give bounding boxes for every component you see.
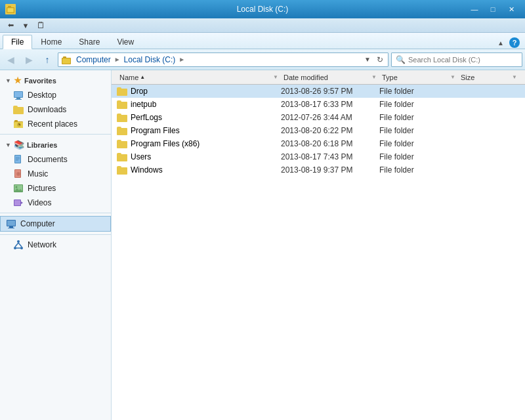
file-name-label: Windows (131, 165, 163, 175)
address-bar-row: ◀ ▶ ↑ Computer ► Local Disk (C:) ► ▼ ↻ 🔍 (0, 49, 525, 70)
sidebar-item-documents[interactable]: Documents (0, 152, 111, 167)
favorites-star-icon: ★ (14, 75, 22, 85)
title-bar-left (5, 4, 16, 14)
file-date: 2013-08-17 6:33 PM (281, 100, 379, 109)
ribbon-collapse-button[interactable]: ▲ (495, 37, 507, 49)
favorites-section: ▼ ★ Favorites Desktop (0, 73, 111, 131)
recent-icon (13, 119, 24, 129)
breadcrumb: Computer ► Local Disk (C:) ► (74, 55, 360, 64)
svg-rect-9 (16, 98, 20, 99)
sidebar-item-pictures[interactable]: Pictures (0, 181, 111, 196)
sidebar-item-videos[interactable]: Videos (0, 196, 111, 210)
tab-file[interactable]: File (3, 35, 32, 49)
file-date: 2012-07-26 3:44 AM (281, 113, 379, 122)
file-type: File folder (379, 87, 458, 96)
favorites-arrow: ▼ (5, 77, 11, 84)
file-type: File folder (379, 113, 458, 122)
table-row[interactable]: Program Files 2013-08-20 6:22 PM File fo… (112, 124, 525, 137)
tab-home[interactable]: Home (32, 35, 70, 49)
file-name-label: Program Files (x86) (131, 139, 200, 148)
quick-access-toolbar: ⬅ ▼ 🗒 (0, 18, 525, 33)
address-dropdown-button[interactable]: ▼ (363, 54, 372, 64)
libraries-label: Libraries (27, 141, 57, 149)
table-row[interactable]: Windows 2013-08-19 9:37 PM File folder (112, 163, 525, 177)
sidebar-desktop-label: Desktop (28, 91, 56, 100)
file-type: File folder (379, 152, 458, 161)
maximize-button[interactable]: □ (484, 3, 501, 16)
folder-icon (117, 87, 127, 96)
breadcrumb-computer[interactable]: Computer (74, 55, 113, 64)
svg-rect-13 (14, 120, 18, 122)
ribbon-tabs: File Home Share View ▲ ? (0, 33, 525, 49)
table-row[interactable]: Program Files (x86) 2013-08-20 6:18 PM F… (112, 137, 525, 150)
folder-icon (117, 114, 127, 122)
svg-rect-33 (9, 226, 13, 228)
help-button[interactable]: ? (509, 37, 520, 48)
sidebar-item-music[interactable]: Music (0, 167, 111, 181)
file-date: 2013-08-20 6:18 PM (281, 139, 379, 148)
minimize-button[interactable]: — (466, 3, 483, 16)
desktop-icon (13, 90, 24, 100)
favorites-header[interactable]: ▼ ★ Favorites (0, 73, 111, 88)
ribbon: File Home Share View ▲ ? (0, 33, 525, 49)
col-header-type[interactable]: Type ▼ (379, 74, 458, 81)
sidebar-item-computer[interactable]: Computer (0, 216, 111, 232)
breadcrumb-disk[interactable]: Local Disk (C:) (122, 55, 178, 64)
col-header-date[interactable]: Date modified ▼ (281, 74, 379, 81)
svg-rect-5 (62, 58, 70, 64)
sidebar-item-recent[interactable]: Recent places (0, 117, 111, 131)
sidebar-recent-label: Recent places (28, 119, 77, 129)
table-row[interactable]: PerfLogs 2012-07-26 3:44 AM File folder (112, 111, 525, 124)
file-date: 2013-08-17 7:43 PM (281, 152, 379, 161)
sidebar-item-desktop[interactable]: Desktop (0, 88, 111, 102)
libraries-header[interactable]: ▼ 📚 Libraries (0, 137, 111, 152)
table-row[interactable]: inetpub 2013-08-17 6:33 PM File folder (112, 98, 525, 111)
file-name-label: Users (131, 152, 151, 161)
network-icon (13, 240, 24, 250)
sidebar-videos-label: Videos (28, 198, 51, 207)
svg-marker-29 (21, 201, 23, 204)
search-box[interactable]: 🔍 (391, 52, 522, 67)
file-type: File folder (379, 165, 458, 175)
libraries-icon: 📚 (14, 140, 24, 150)
title-bar: Local Disk (C:) — □ ✕ (0, 0, 525, 18)
sidebar-item-network[interactable]: Network (0, 238, 111, 252)
tab-view[interactable]: View (108, 35, 142, 49)
sidebar-pictures-label: Pictures (28, 184, 56, 193)
qa-properties-button[interactable]: 🗒 (34, 20, 47, 32)
search-input[interactable] (408, 56, 518, 64)
close-button[interactable]: ✕ (503, 3, 520, 16)
col-header-name[interactable]: Name ▲ ▼ (117, 74, 281, 81)
window-title: Local Disk (C:) (0, 5, 525, 14)
sidebar: ▼ ★ Favorites Desktop (0, 70, 112, 420)
file-list: Drop 2013-08-26 9:57 PM File folder inet… (112, 85, 525, 420)
folder-icon (117, 127, 127, 135)
pictures-icon (13, 183, 24, 194)
table-row[interactable]: Users 2013-08-17 7:43 PM File folder (112, 150, 525, 163)
ribbon-chevron: ▲ ? (495, 37, 522, 49)
file-name-label: PerfLogs (131, 113, 162, 122)
forward-button[interactable]: ▶ (21, 52, 37, 68)
column-headers: Name ▲ ▼ Date modified ▼ Type ▼ Size ▼ (112, 70, 525, 85)
svg-rect-8 (14, 92, 22, 97)
sidebar-item-downloads[interactable]: Downloads (0, 102, 111, 117)
up-button[interactable]: ↑ (39, 52, 55, 68)
svg-rect-34 (8, 228, 14, 228)
svg-point-23 (18, 173, 19, 175)
back-button[interactable]: ◀ (3, 52, 18, 68)
folder-icon (117, 153, 127, 161)
file-type: File folder (379, 100, 458, 109)
address-bar[interactable]: Computer ► Local Disk (C:) ► ▼ ↻ (58, 52, 388, 67)
sort-arrow-icon: ▲ (140, 74, 145, 80)
qa-dropdown-button[interactable]: ▼ (19, 20, 32, 32)
table-row[interactable]: Drop 2013-08-26 9:57 PM File folder (112, 85, 525, 98)
search-icon: 🔍 (396, 55, 406, 64)
svg-rect-30 (14, 200, 20, 205)
refresh-button[interactable]: ↻ (375, 54, 385, 66)
window-icon (5, 4, 16, 14)
folder-icon (117, 140, 127, 148)
tab-share[interactable]: Share (70, 35, 108, 49)
svg-point-26 (16, 186, 18, 188)
col-header-size[interactable]: Size ▼ (458, 74, 520, 81)
qa-back-button[interactable]: ⬅ (4, 20, 17, 32)
